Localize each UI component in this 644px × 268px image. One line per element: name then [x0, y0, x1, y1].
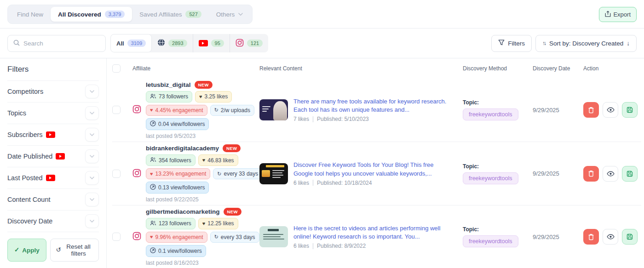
filter-section-subscribers: Subscribers [7, 124, 99, 146]
expand-topics-button[interactable] [85, 106, 99, 120]
apply-filters-button[interactable]: ✓ Apply [7, 239, 46, 262]
save-button[interactable] [622, 229, 638, 245]
engagement-value: 13.23% engagement [155, 171, 207, 177]
tab-label: Others [216, 11, 235, 18]
sort-button[interactable]: ↑↓ Sort by: Discovery Created ↓ [535, 35, 637, 52]
likes-pill: ♥ 46.83 likes [198, 154, 238, 166]
likes-value: 3.25 likes [205, 93, 228, 100]
filters-sidebar: Filters Competitors Topics Subscribers [0, 58, 107, 268]
source-tab-all[interactable]: All 3109 [110, 34, 152, 52]
table-row: bidrankerdigitalacademy NEW 354 follower… [112, 142, 641, 205]
followers-pill: 73 followers [146, 91, 192, 103]
main-tab-group: Find New All Discovered 3,379 Saved Affi… [7, 5, 253, 24]
source-tab-instagram[interactable]: 121 [230, 34, 268, 52]
frequency-value: every 33 days [224, 171, 259, 177]
tab-all-discovered[interactable]: All Discovered 3,379 [51, 7, 132, 22]
filter-section-competitors: Competitors [7, 81, 99, 103]
view-button[interactable] [603, 102, 618, 118]
filters-button[interactable]: Filters [491, 35, 532, 52]
engagement-pill: ♥ 4.45% engagement [146, 105, 207, 116]
tab-saved-affiliates[interactable]: Saved Affiliates 527 [132, 7, 208, 22]
filter-label: Competitors [7, 88, 43, 95]
expand-date-published-button[interactable] [85, 149, 99, 163]
search-input[interactable] [23, 40, 92, 47]
reset-icon: ↺ [56, 247, 61, 253]
table-row: gilbertmediacomarketing NEW 123 follower… [112, 205, 641, 268]
content-title-link[interactable]: Here is the secret to videos and article… [293, 224, 454, 241]
content-title-link[interactable]: Discover Free Keyword Tools for Your Blo… [293, 161, 454, 178]
row-checkbox[interactable] [112, 233, 121, 241]
filter-section-topics: Topics [7, 103, 99, 124]
export-button[interactable]: Export [599, 7, 637, 22]
expand-last-posted-button[interactable] [85, 171, 99, 185]
engagement-value: 9.96% engagement [155, 234, 203, 240]
expand-discovery-date-button[interactable] [85, 214, 99, 228]
row-checkbox[interactable] [112, 106, 121, 114]
topic-pill: freekeywordtools [463, 172, 518, 184]
affiliate-name[interactable]: letusbiz_digital [146, 81, 191, 88]
view-followers-value: 0.04 view/followers [158, 121, 205, 127]
followers-value: 123 followers [159, 220, 191, 227]
count-badge: 2893 [168, 40, 187, 47]
refresh-icon: ↻ [214, 108, 218, 113]
source-filter-group: All 3109 2893 95 121 [110, 34, 268, 52]
filter-section-discovery-date: Discovery Date [7, 211, 99, 232]
delete-button[interactable] [583, 102, 599, 118]
followers-icon [150, 220, 156, 227]
count-badge: 3109 [127, 40, 146, 47]
upload-frequency-pill: ↻ 2/w uploads [210, 105, 254, 116]
expand-content-count-button[interactable] [85, 193, 99, 206]
tab-find-new[interactable]: Find New [10, 7, 51, 22]
save-button[interactable] [622, 166, 638, 182]
row-checkbox[interactable] [112, 170, 121, 178]
source-label: All [116, 40, 124, 47]
reset-filters-button[interactable]: ↺ Reset all filters [50, 239, 99, 262]
view-button[interactable] [603, 166, 618, 182]
view-button[interactable] [603, 229, 618, 245]
count-badge: 121 [247, 40, 263, 47]
filter-label: Last Posted [7, 174, 43, 182]
divider [313, 116, 313, 122]
affiliate-name[interactable]: gilbertmediacomarketing [146, 208, 220, 215]
count-badge: 527 [185, 11, 201, 18]
delete-button[interactable] [583, 166, 599, 182]
last-posted-text: last posted 9/22/2025 [146, 196, 262, 203]
views-icon [150, 120, 156, 128]
delete-button[interactable] [583, 229, 599, 245]
content-title-link[interactable]: There are many free tools available for … [293, 97, 454, 114]
search-box[interactable] [7, 35, 106, 52]
filter-label: Topics [7, 109, 26, 117]
discovery-method-label: Topic: [463, 99, 533, 106]
source-tab-youtube[interactable]: 95 [193, 34, 230, 52]
content-thumbnail[interactable] [259, 226, 288, 247]
heart-icon: ♥ [202, 221, 206, 226]
save-button[interactable] [622, 102, 638, 118]
affiliate-name[interactable]: bidrankerdigitalacademy [146, 145, 219, 152]
new-badge: NEW [224, 208, 242, 216]
engagement-pill: ♥ 9.96% engagement [146, 232, 207, 243]
content-thumbnail[interactable] [259, 99, 288, 120]
expand-competitors-button[interactable] [85, 85, 99, 98]
content-published: Published: 10/18/2024 [317, 180, 372, 186]
youtube-icon [56, 153, 65, 160]
column-header-discovery-date: Discovery Date [533, 65, 583, 72]
heart-icon: ♥ [202, 158, 206, 163]
last-posted-text: last posted 9/5/2023 [146, 133, 254, 139]
view-followers-pill: 0.13 view/followers [146, 182, 209, 194]
expand-subscribers-button[interactable] [85, 128, 99, 142]
select-all-checkbox[interactable] [112, 64, 121, 73]
filter-section-content-count: Content Count [7, 189, 99, 211]
view-followers-value: 0.13 view/followers [158, 184, 205, 191]
column-header-affiliate: Affiliate [132, 65, 259, 72]
youtube-icon [46, 175, 55, 181]
filter-label: Discovery Date [7, 217, 52, 225]
apply-label: Apply [22, 247, 40, 254]
new-badge: NEW [223, 144, 241, 152]
affiliates-table: Affiliate Relevant Content Discovery Met… [107, 58, 644, 268]
tab-label: All Discovered [58, 11, 101, 18]
content-thumbnail[interactable] [259, 163, 288, 184]
export-label: Export [613, 11, 631, 18]
source-tab-web[interactable]: 2893 [152, 34, 193, 52]
tab-others[interactable]: Others [209, 7, 251, 22]
content-published: Published: 5/10/2023 [317, 116, 369, 122]
